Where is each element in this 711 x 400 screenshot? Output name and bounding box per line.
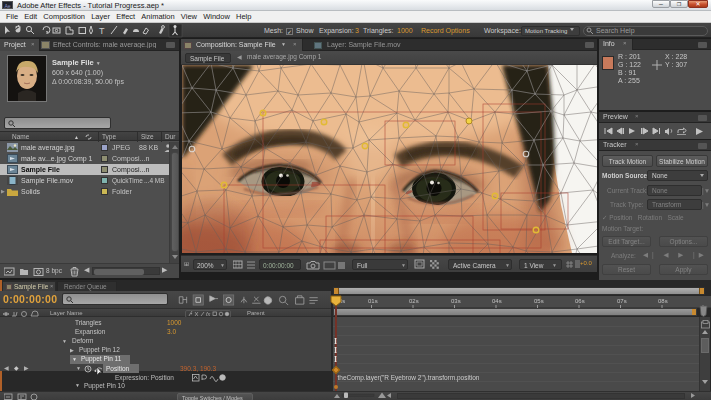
svg-text:T: T [99,26,105,36]
svg-text:fx: fx [206,311,211,317]
